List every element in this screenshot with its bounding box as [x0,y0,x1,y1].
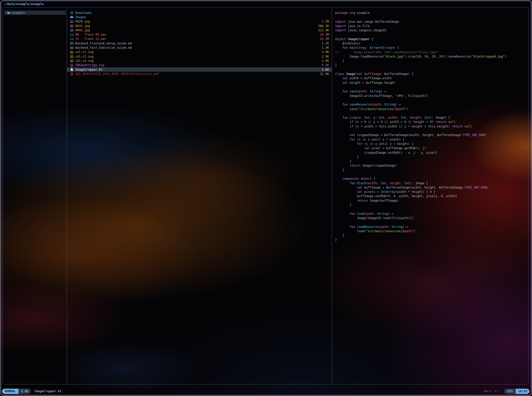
code-line: object ImageCropper { [335,37,528,41]
file-row[interactable]: SBI_0032013739_2023_DE05_0003155631Invoi… [67,72,332,76]
code-line: } [335,168,528,172]
file-row[interactable]: 0028.jpg1.3M [67,19,332,24]
code-line: import javax.imageio.ImageIO [335,28,528,33]
parent-directory-pane: example [3,8,67,384]
file-size-badge: 1.6K [18,389,31,394]
file-name: 0031.jpg [75,24,90,28]
file-row[interactable]: IDEAsettings.zip5.2K [67,63,332,67]
code-line: save("src/main/resources/$path") [335,107,528,111]
code-line: croppedImage.setRGB(i - x, j - y, pixel) [335,151,528,155]
code-line: return Image(croppedImage) [335,164,528,168]
file-name: 0028.jpg [75,20,90,23]
file-name: Backend_Test_Execution_Guide.md [75,46,132,49]
code-line: @JvmStatic [335,41,528,46]
code-line: if (x < 0 || y < 0 || width < 0 || heigh… [335,120,528,124]
image-icon [70,50,73,54]
file-row[interactable]: 0042.jpg212.9K [67,28,332,32]
current-path-text: ~/Data/example/example [4,2,44,6]
file-row[interactable]: cal-c2.svg2.9K [67,54,332,59]
folder-download-icon [70,11,73,14]
code-line: fun loadResource(path: String) = [335,225,528,229]
image-icon [70,20,73,23]
image-icon [70,59,73,62]
code-line: val width = buffImage.width [335,76,528,81]
yazi-file-manager: { "window": { "path": "~/Data/example/ex… [0,0,532,396]
code-line: val croppedImage = BufferedImage(width, … [335,133,528,137]
file-row[interactable]: Backend_Test_Execution_Guide.md1.3K [67,45,332,50]
code-line: if (x + width > this.width || y + height… [335,124,528,129]
code-line: companion object { [335,177,528,181]
audio-icon [70,33,73,36]
file-size: 2.9K [322,50,329,54]
file-size: 2.9K [322,59,329,63]
current-directory-pane: DownloadsImages0028.jpg1.3M0031.jpg586.3… [67,8,332,384]
code-line [335,129,528,133]
file-row[interactable]: Images [67,15,332,19]
code-line [335,33,528,37]
code-line: import java.io.File [335,24,528,28]
file-icon [70,68,73,71]
file-row[interactable]: Downloads [67,11,332,15]
file-size: 12.5K [320,72,329,76]
file-name: cal-c1.svg [75,50,93,54]
code-line: fun load(path: String) = [335,212,528,216]
code-line [335,98,528,102]
code-line: val buffImage = BufferedImage(width, hei… [335,186,528,190]
parent-directory-row[interactable]: example [4,11,66,15]
file-size: 1.3K [322,46,329,49]
mode-badge: NORMAL [2,389,18,394]
code-line: val height = buffImage.height [335,81,528,85]
code-line [335,85,528,89]
file-size: 15.3M [320,33,329,36]
file-row[interactable]: cal-c1.svg2.9K [67,50,332,54]
file-row[interactable]: Backend_Frontend_Setup_Guide.md1.7K [67,41,332,45]
file-row[interactable]: 0031.jpg586.3K [67,24,332,28]
file-size: 1.7K [322,42,329,45]
code-line: Image.loadResource("black.jpg").crop(50,… [335,55,528,59]
file-name: 09 - Track 09.wav [75,33,106,36]
file-size: 212.9K [318,29,329,32]
code-line: val pixel = buffImage.getRGB(i, j) [335,146,528,150]
file-name: cal-c3.svg [75,59,93,63]
file-size: 586.3K [318,24,329,28]
file-size: 5.2K [322,63,329,67]
image-icon [70,29,73,32]
file-preview-pane[interactable]: package org.exampleimport java.awt.image… [332,8,528,384]
breadcrumb-path: ~/Data/example/example [4,2,44,7]
audio-icon [70,37,73,41]
code-line: fun saveResource(path: String) = [335,102,528,107]
code-line: fun main(args: Array<String>) { [335,46,528,50]
scroll-percent-badge: 93% [504,389,516,394]
code-line: Image(ImageIO.read(File(path))) [335,216,528,220]
code-line: import java.awt.image.BufferedImage [335,20,528,24]
file-name: Downloads [75,11,92,15]
file-row[interactable]: 09 - Track 09.wav15.3M [67,32,332,37]
file-row[interactable]: 15 - Track 15.wav15.3M [67,37,332,41]
code-line: for (j in y until y + height) { [335,142,528,146]
code-line: fun crop(x: Int, y: Int, width: Int, hei… [335,116,528,120]
file-name: cal-c2.svg [75,55,93,58]
file-name: IDEAsettings.zip [75,63,105,67]
code-line [335,15,528,19]
pdf-icon [70,72,73,75]
code-line: fun black(width: Int, height: Int): Imag… [335,181,528,186]
code-line: } [335,233,528,238]
file-row[interactable]: cal-c3.svg2.9K [67,59,332,63]
markdown-icon [70,42,73,45]
code-line: } [335,59,528,63]
code-line [335,207,528,212]
code-line: package org.example [335,11,528,15]
folder-icon [7,11,10,14]
code-line: for (i in x until x + width) { [335,138,528,142]
file-size: 15.3M [320,37,329,41]
code-line: return Image(buffImage) [335,199,528,203]
code-line: buffImage.setRGB(0, 0, width, height, pi… [335,194,528,198]
cursor-position-badge: 14/15 [516,389,529,394]
code-line: } [335,159,528,164]
file-row[interactable]: ImageCropper.kt1.6K [67,67,332,72]
file-name: 0042.jpg [75,29,90,32]
file-size: 2.9K [322,55,329,58]
image-icon [70,24,73,28]
file-name: Backend_Frontend_Setup_Guide.md [75,42,132,45]
file-name: 15 - Track 15.wav [75,37,106,41]
